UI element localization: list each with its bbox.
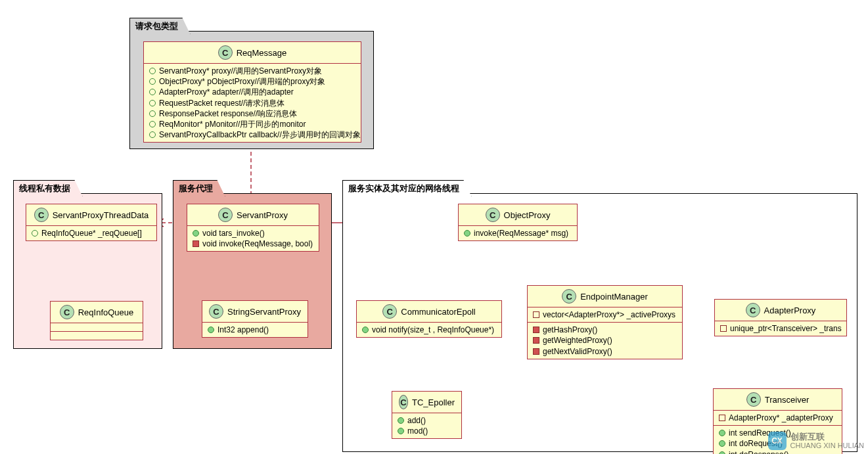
class-icon: C [60,305,74,319]
class-icon: C [562,289,576,304]
class-methods: Int32 append() [202,323,308,337]
visibility-icon [149,68,156,74]
class-header: C CommunicatorEpoll [357,301,501,323]
visibility-icon [149,78,156,85]
class-stringservantproxy: C StringServantProxy Int32 append() [202,300,308,338]
package-tab: 服务代理 [173,180,225,196]
visibility-icon [533,348,539,355]
class-name: StringServantProxy [227,307,301,317]
class-name: AdapterProxy [764,306,816,315]
class-reqmessage: C ReqMessage ServantProxy* proxy//调用的Ser… [143,41,361,143]
class-icon: C [218,208,233,222]
class-tcepoller: C TC_Epoller add() mod() [392,391,462,439]
class-icon: C [34,208,49,222]
visibility-icon [149,131,156,138]
class-fields: AdapterProxy* _adapterProxy [714,411,842,425]
class-servantproxy: C ServantProxy void tars_invoke() void i… [187,204,319,252]
visibility-icon [533,337,539,344]
visibility-icon [719,430,725,436]
class-name: TC_Epoller [412,397,455,407]
visibility-icon [533,311,539,318]
class-header: C AdapterProxy [715,300,846,321]
class-communicatorepoll: C CommunicatorEpoll void notify(size_t ,… [356,300,502,338]
class-objectproxy: C ObjectProxy invoke(ReqMessage* msg) [458,204,578,241]
visibility-icon [719,415,725,421]
visibility-icon [193,240,199,247]
class-fields: ServantProxy* proxy//调用的ServantProxy对象 O… [144,64,361,142]
class-fields: unique_ptr<Transceiver> _trans [715,321,846,336]
class-name: ServantProxy [237,210,288,220]
class-name: CommunicatorEpoll [401,307,475,317]
visibility-icon [719,451,725,454]
visibility-icon [398,417,404,424]
class-methods: invoke(ReqMessage* msg) [459,226,577,240]
class-servantproxythreaddata: C ServantProxyThreadData ReqInfoQueue* _… [26,204,157,241]
class-header: C ReqInfoQueue [51,302,143,323]
class-endpointmanager: C EndpointManager vector<AdapterProxy*> … [527,285,683,359]
class-header: C StringServantProxy [202,301,308,323]
class-header: C TC_Epoller [392,392,461,413]
class-fields: ReqInfoQueue* _reqQueue[] [26,226,156,240]
package-tab: 请求包类型 [129,18,191,34]
visibility-icon [149,100,156,106]
class-name: ServantProxyThreadData [53,210,149,220]
watermark-logo-icon: CX [768,432,787,450]
class-header: C ObjectProxy [459,204,577,226]
package-title: 服务代理 [179,183,213,193]
class-name: Transceiver [765,395,809,405]
visibility-icon [193,230,199,237]
package-title: 请求包类型 [135,21,178,31]
class-icon: C [382,304,397,319]
visibility-icon [398,428,404,434]
class-header: C Transceiver [714,389,842,411]
class-fields: vector<AdapterProxy*> _activeProxys [528,307,682,322]
visibility-icon [362,327,369,333]
package-tab: 线程私有数据 [13,180,83,196]
package-tab: 服务实体及其对应的网络线程 [342,180,472,196]
class-icon: C [746,303,760,317]
class-icon: C [218,45,233,60]
visibility-icon [719,440,725,447]
package-thread-private-data: 线程私有数据 C ServantProxyThreadData ReqInfoQ… [13,193,162,349]
class-methods: getHashProxy() getWeightedProxy() getNex… [528,322,682,359]
visibility-icon [149,110,156,117]
class-name: ReqInfoQueue [78,307,134,317]
class-adapterproxy: C AdapterProxy unique_ptr<Transceiver> _… [714,299,847,336]
class-header: C EndpointManager [528,286,682,307]
package-request-type: 请求包类型 C ReqMessage ServantProxy* proxy//… [129,31,374,149]
visibility-icon [533,327,539,333]
class-name: ReqMessage [237,48,287,58]
visibility-icon [32,230,38,237]
watermark-text: 创新互联 CHUANG XIN HULIAN [790,432,864,449]
class-header: C ServantProxyThreadData [26,204,156,226]
package-service-entity: 服务实体及其对应的网络线程 C ObjectProxy invoke(ReqMe… [342,193,857,452]
class-methods: void notify(size_t , ReqInfoQueue*) [357,323,501,337]
class-methods: add() mod() [392,413,461,438]
class-icon: C [746,392,761,407]
class-header: C ServantProxy [187,204,319,226]
class-methods: void tars_invoke() void invoke(ReqMessag… [187,226,319,251]
class-name: EndpointManager [580,292,648,302]
visibility-icon [720,325,727,332]
visibility-icon [149,121,156,127]
class-icon: C [486,208,500,222]
class-empty-section [51,323,143,331]
package-title: 服务实体及其对应的网络线程 [348,183,459,193]
package-service-proxy: 服务代理 C ServantProxy void tars_invoke() v… [173,193,332,349]
visibility-icon [149,89,156,95]
class-reqinfoqueue: C ReqInfoQueue [50,301,143,340]
visibility-icon [208,327,214,333]
class-icon: C [399,395,408,409]
package-title: 线程私有数据 [19,183,70,193]
watermark: CX 创新互联 CHUANG XIN HULIAN [768,432,864,450]
visibility-icon [464,230,470,237]
class-name: ObjectProxy [504,210,551,220]
class-icon: C [209,304,223,319]
class-empty-section [51,331,143,340]
class-header: C ReqMessage [144,42,361,64]
